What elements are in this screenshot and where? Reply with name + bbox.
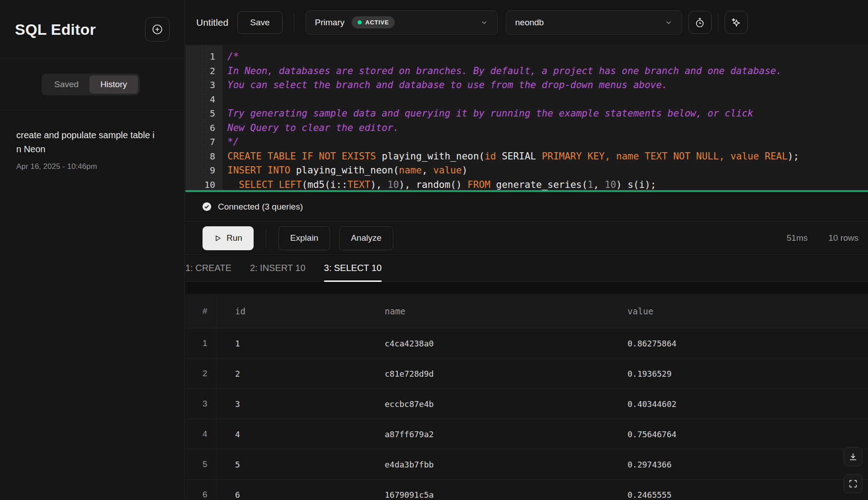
result-tabs: 1: CREATE 2: INSERT 10 3: SELECT 10 (185, 254, 868, 282)
column-header-id: id (217, 294, 366, 328)
analyze-button[interactable]: Analyze (339, 226, 393, 250)
editor-toolbar: Untitled Save Primary ACTIVE neondb (185, 0, 868, 45)
query-timing: 51ms (787, 233, 807, 243)
run-button-label: Run (226, 233, 242, 243)
table-cell: 3 (185, 389, 217, 419)
line-number: 5 (185, 107, 215, 121)
app-title: SQL Editor (15, 21, 96, 38)
query-title[interactable]: Untitled (196, 17, 228, 28)
table-cell: 2 (185, 359, 217, 388)
toolbar-divider (294, 13, 294, 33)
chevron-down-icon (665, 19, 673, 27)
code-line[interactable]: /* (227, 50, 868, 64)
table-cell: 1679091c5a (366, 480, 609, 500)
table-cell: eccbc87e4b (366, 389, 609, 419)
table-row[interactable]: 44a87ff679a20.75646764 (185, 419, 868, 449)
table-row[interactable]: 11c4ca4238a00.86275864 (185, 328, 868, 359)
sql-code-editor[interactable]: 12345678910 /*In Neon, databases are sto… (185, 45, 868, 190)
table-row[interactable]: 33eccbc87e4b0.40344602 (185, 389, 868, 419)
table-cell: 0.1936529 (609, 359, 868, 388)
expand-results-button[interactable] (844, 474, 863, 493)
table-cell: c4ca4238a0 (366, 328, 609, 358)
code-lines[interactable]: /*In Neon, databases are stored on branc… (222, 45, 868, 190)
results-gap (185, 282, 868, 294)
line-number: 2 (185, 64, 215, 79)
table-cell: 5 (185, 449, 217, 479)
connection-status-text: Connected (3 queries) (218, 202, 303, 212)
table-cell: e4da3b7fbb (366, 449, 609, 479)
sparkle-icon (730, 17, 742, 28)
branch-select[interactable]: Primary ACTIVE (306, 10, 498, 35)
database-select[interactable]: neondb (506, 10, 682, 35)
tab-saved[interactable]: Saved (43, 75, 90, 93)
download-results-button[interactable] (844, 447, 863, 466)
code-line[interactable]: You can select the branch and database t… (227, 78, 868, 93)
result-tab-create[interactable]: 1: CREATE (185, 255, 231, 281)
plus-circle-icon (151, 23, 163, 35)
table-cell: 4 (185, 419, 217, 449)
table-cell: 1 (185, 328, 217, 358)
table-row[interactable]: 22c81e728d9d0.1936529 (185, 359, 868, 389)
actions-divider (266, 229, 266, 247)
table-cell: 0.2465555 (609, 480, 868, 500)
table-cell: 1 (217, 328, 366, 358)
result-tab-insert[interactable]: 2: INSERT 10 (250, 255, 306, 281)
line-number: 8 (185, 150, 215, 164)
branch-status-badge: ACTIVE (352, 16, 395, 28)
line-number: 6 (185, 121, 215, 136)
code-line[interactable]: SELECT LEFT(md5(i::TEXT), 10), random() … (227, 178, 868, 191)
table-row[interactable]: 661679091c5a0.2465555 (185, 480, 868, 500)
code-line[interactable]: In Neon, databases are stored on branche… (227, 64, 868, 79)
table-cell: 0.2974366 (609, 449, 868, 479)
toolbar-divider (718, 14, 718, 32)
database-select-label: neondb (515, 18, 544, 28)
code-line[interactable]: */ (227, 135, 868, 150)
table-row[interactable]: 55e4da3b7fbb0.2974366 (185, 449, 868, 480)
history-item-title: create and populate sample table in Neon (16, 128, 155, 156)
history-list-item[interactable]: create and populate sample table in Neon… (0, 110, 184, 171)
line-number: 7 (185, 135, 215, 150)
explain-button[interactable]: Explain (278, 226, 330, 250)
results-table-header: # id name value (185, 294, 868, 328)
query-history-button[interactable] (689, 11, 712, 34)
column-header-value: value (609, 294, 868, 328)
query-row-count: 10 rows (828, 233, 859, 243)
code-line[interactable]: New Query to clear the editor. (227, 121, 868, 136)
table-cell: 4 (217, 419, 366, 449)
run-button[interactable]: Run (203, 226, 254, 250)
save-button[interactable]: Save (237, 11, 282, 34)
line-number: 10 (185, 178, 215, 191)
new-query-button[interactable] (145, 17, 170, 42)
table-cell: 3 (217, 389, 366, 419)
table-cell: 0.86275864 (609, 328, 868, 358)
line-number: 9 (185, 164, 215, 178)
tab-history[interactable]: History (90, 75, 138, 93)
results-table-body: 11c4ca4238a00.8627586422c81e728d9d0.1936… (185, 328, 868, 500)
line-number: 1 (185, 50, 215, 64)
chevron-down-icon (480, 19, 488, 27)
sidebar-header: SQL Editor (0, 0, 184, 59)
download-icon (848, 452, 858, 462)
query-actions-row: Run Explain Analyze 51ms 10 rows (185, 222, 868, 254)
sidebar-tabs-row: Saved History (0, 59, 184, 110)
column-header-name: name (366, 294, 609, 328)
saved-history-toggle: Saved History (42, 74, 140, 95)
table-cell: 0.40344602 (609, 389, 868, 419)
ai-assist-button[interactable] (725, 11, 748, 34)
code-line[interactable]: INSERT INTO playing_with_neon(name, valu… (227, 164, 868, 178)
fullscreen-icon (848, 479, 858, 489)
line-number: 3 (185, 78, 215, 93)
code-line[interactable]: CREATE TABLE IF NOT EXISTS playing_with_… (227, 150, 868, 164)
query-metrics: 51ms 10 rows (787, 233, 859, 243)
code-line[interactable]: Try generating sample data and querying … (227, 107, 868, 121)
table-cell: 2 (217, 359, 366, 388)
branch-status-text: ACTIVE (365, 19, 389, 26)
line-number: 4 (185, 93, 215, 107)
sidebar: SQL Editor Saved History create and popu… (0, 0, 185, 500)
play-icon (214, 234, 222, 242)
result-tab-select[interactable]: 3: SELECT 10 (324, 255, 382, 281)
history-item-date: Apr 16, 2025 - 10:46pm (16, 162, 168, 171)
stopwatch-icon (694, 17, 705, 28)
code-line[interactable] (227, 93, 868, 107)
editor-gutter: 12345678910 (185, 45, 222, 190)
